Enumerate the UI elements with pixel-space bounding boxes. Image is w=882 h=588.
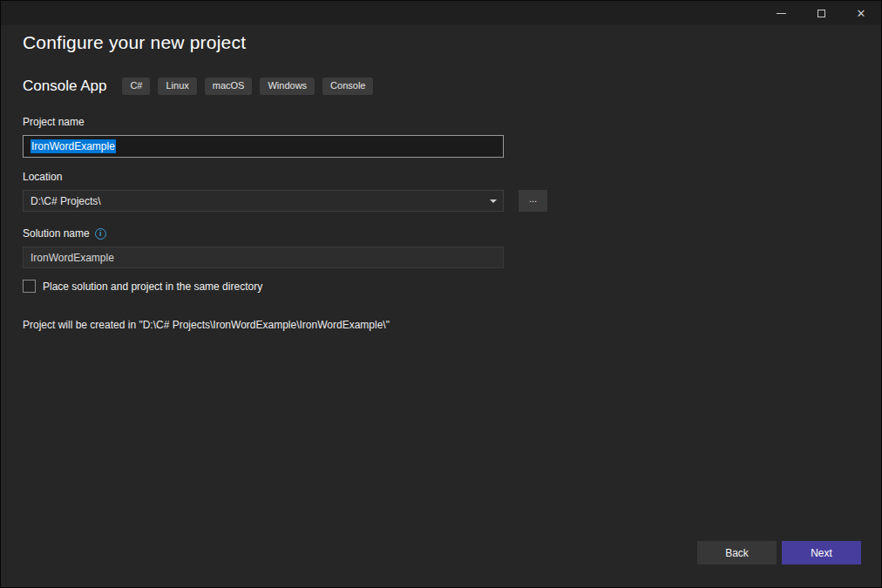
next-button[interactable]: Next: [782, 541, 861, 564]
title-bar: ✕: [1, 1, 881, 25]
solution-name-label: Solution name: [23, 227, 90, 240]
template-name: Console App: [23, 78, 106, 95]
close-button[interactable]: ✕: [841, 1, 881, 25]
location-value: D:\C# Projects\: [31, 195, 101, 207]
window-controls: ✕: [761, 1, 881, 25]
project-name-selected-text: IronWordExample: [31, 139, 116, 153]
solution-name-label-row: Solution name i: [23, 227, 859, 240]
project-name-label: Project name: [23, 116, 859, 128]
minimize-button[interactable]: [761, 1, 801, 25]
minimize-icon: [777, 13, 786, 14]
same-directory-label: Place solution and project in the same d…: [43, 280, 262, 293]
same-directory-checkbox[interactable]: [23, 280, 36, 293]
template-summary: Console App C# Linux macOS Windows Conso…: [23, 78, 859, 95]
tag-project-type: Console: [322, 78, 373, 95]
page-title: Configure your new project: [23, 30, 859, 55]
tag-platform-windows: Windows: [260, 78, 315, 95]
maximize-icon: [818, 10, 825, 17]
dialog-content: Configure your new project Console App C…: [1, 25, 881, 331]
location-dropdown[interactable]: D:\C# Projects\: [23, 190, 504, 212]
creation-note: Project will be created in "D:\C# Projec…: [23, 319, 859, 331]
browse-location-button[interactable]: ...: [519, 190, 547, 212]
info-icon[interactable]: i: [95, 228, 106, 240]
location-label: Location: [23, 171, 859, 183]
tag-platform-macos: macOS: [205, 78, 253, 95]
same-directory-row: Place solution and project in the same d…: [23, 280, 859, 293]
tag-platform-linux: Linux: [158, 78, 196, 95]
maximize-button[interactable]: [801, 1, 841, 25]
location-row: D:\C# Projects\ ...: [23, 190, 859, 212]
solution-name-input[interactable]: [23, 247, 504, 268]
configure-project-dialog: ✕ Configure your new project Console App…: [0, 0, 882, 588]
project-name-input[interactable]: IronWordExample: [23, 135, 504, 158]
footer-buttons: Back Next: [697, 541, 861, 564]
back-button[interactable]: Back: [697, 541, 777, 564]
chevron-down-icon: [490, 199, 497, 203]
tag-language: C#: [122, 78, 150, 95]
close-icon: ✕: [857, 8, 866, 19]
